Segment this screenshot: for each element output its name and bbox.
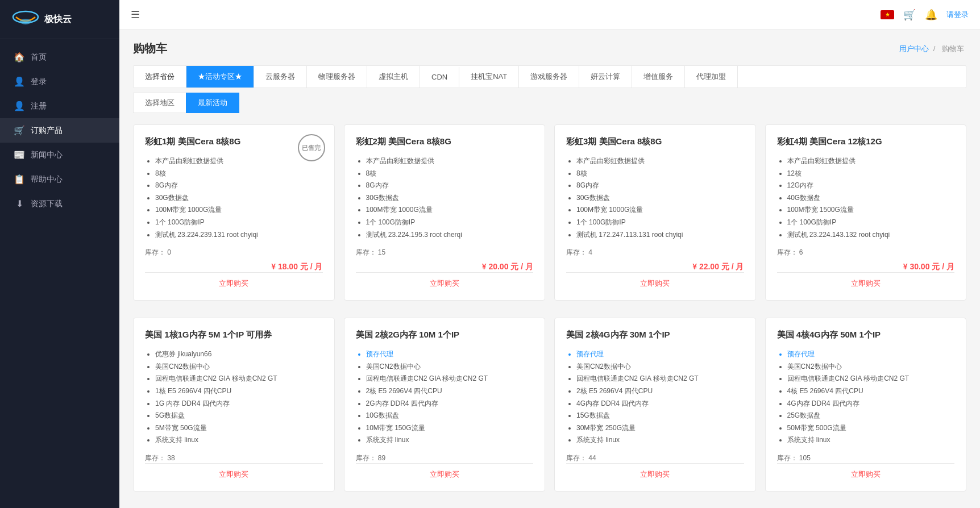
sidebar-item-login[interactable]: 👤登录	[0, 69, 119, 94]
tab2-item-0: 选择地区	[133, 93, 186, 113]
buy-button[interactable]: 立即购买	[777, 272, 955, 289]
login-link[interactable]: 请登录	[946, 10, 969, 20]
svg-point-1	[20, 19, 31, 24]
sidebar-item-label-home: 首页	[31, 52, 47, 63]
feature-item: 1个 100G防御IP	[366, 216, 534, 229]
register-icon: 👤	[14, 101, 25, 111]
logo-icon	[11, 9, 40, 30]
tab1-item-4[interactable]: 虚拟主机	[367, 66, 420, 88]
orders-icon: 🛒	[14, 125, 25, 136]
feature-item: 本产品由彩虹数据提供	[787, 155, 955, 168]
tab1-item-10[interactable]: 代理加盟	[685, 66, 738, 88]
sidebar-item-help[interactable]: 📋帮助中心	[0, 167, 119, 191]
feature-item: 8G内存	[366, 180, 534, 192]
buy-button[interactable]: 立即购买	[145, 463, 323, 480]
feature-item: 测试机 23.224.239.131 root chyiqi	[155, 229, 323, 241]
tab1-item-2[interactable]: 云服务器	[254, 66, 307, 88]
feature-item: 5M带宽 50G流量	[155, 422, 323, 435]
feature-item: 8核	[366, 168, 534, 180]
tab1-item-9[interactable]: 增值服务	[632, 66, 685, 88]
feature-item: 8G内存	[576, 180, 744, 192]
feature-item: 4G内存 DDR4 四代内存	[576, 398, 744, 410]
topbar: ☰ 🛒 🔔 请登录	[119, 0, 980, 30]
feature-item: 回程电信联通走CN2 GIA 移动走CN2 GT	[155, 373, 323, 385]
card-title: 美国 2核4G内存 30M 1个IP	[566, 330, 744, 340]
feature-item: 100M带宽 1000G流量	[155, 204, 323, 216]
feature-item: 1个 100G防御IP	[787, 216, 955, 229]
feature-item: 8核	[155, 168, 323, 180]
tab1-item-1[interactable]: ★活动专区★	[186, 66, 254, 88]
tabs-row-1: 选择省份★活动专区★云服务器物理服务器虚拟主机CDN挂机宝NAT游戏服务器妍云计…	[133, 65, 966, 88]
cart-icon[interactable]: 🛒	[903, 9, 916, 21]
products-grid-1: 已售完 彩虹1期 美国Cera 8核8G 本产品由彩虹数据提供8核8G内存30G…	[133, 124, 966, 301]
tab2-item-1[interactable]: 最新活动	[186, 93, 239, 113]
card-title: 美国 1核1G内存 5M 1个IP 可用券	[145, 330, 323, 340]
feature-item: 美国CN2数据中心	[576, 361, 744, 373]
product-card-caixl1: 已售完 彩虹1期 美国Cera 8核8G 本产品由彩虹数据提供8核8G内存30G…	[133, 124, 335, 301]
feature-item: 测试机 23.224.143.132 root chyiqi	[787, 229, 955, 241]
card-stock: 库存： 4	[566, 248, 744, 257]
buy-button[interactable]: 立即购买	[566, 463, 744, 480]
feature-item: 预存代理	[787, 348, 955, 361]
feature-item: 本产品由彩虹数据提供	[576, 155, 744, 168]
sidebar-item-orders[interactable]: 🛒订购产品	[0, 118, 119, 143]
feature-item: 1个 100G防御IP	[155, 216, 323, 229]
card-stock: 库存： 6	[777, 248, 955, 257]
feature-item: 40G数据盘	[787, 192, 955, 205]
tabs-row-2: 选择地区最新活动	[133, 93, 966, 113]
card-features: 本产品由彩虹数据提供8核8G内存30G数据盘100M带宽 1000G流量1个 1…	[566, 155, 744, 241]
card-stock: 库存： 38	[145, 453, 323, 463]
page-title: 购物车	[133, 41, 167, 56]
buy-button[interactable]: 立即购买	[356, 463, 534, 480]
sidebar-item-label-register: 注册	[31, 101, 47, 111]
tab1-item-6[interactable]: 挂机宝NAT	[459, 66, 519, 88]
sidebar-nav: 🏠首页👤登录👤注册🛒订购产品📰新闻中心📋帮助中心⬇资源下载	[0, 39, 119, 216]
logo-text: 极快云	[44, 14, 72, 26]
tab1-item-5[interactable]: CDN	[420, 67, 459, 87]
sidebar-item-label-orders: 订购产品	[31, 126, 63, 136]
feature-item: 12G内存	[787, 180, 955, 192]
card-stock: 库存： 0	[145, 248, 323, 257]
feature-item: 美国CN2数据中心	[787, 361, 955, 373]
feature-item: 10M带宽 150G流量	[366, 422, 534, 435]
feature-item: 优惠券 jikuaiyun66	[155, 348, 323, 361]
card-features: 优惠券 jikuaiyun66美国CN2数据中心回程电信联通走CN2 GIA 移…	[145, 348, 323, 447]
feature-item: 回程电信联通走CN2 GIA 移动走CN2 GT	[366, 373, 534, 385]
tab1-item-8[interactable]: 妍云计算	[579, 66, 632, 88]
sidebar-item-download[interactable]: ⬇资源下载	[0, 191, 119, 216]
sidebar-item-label-login: 登录	[31, 77, 47, 87]
feature-item: 测试机 172.247.113.131 root chyiqi	[576, 229, 744, 241]
card-price: ¥ 30.00 元 / 月	[777, 262, 955, 272]
menu-icon[interactable]: ☰	[131, 9, 140, 21]
sidebar-item-register[interactable]: 👤注册	[0, 94, 119, 118]
news-icon: 📰	[14, 149, 25, 160]
feature-item: 2G内存 DDR4 四代内存	[366, 398, 534, 410]
topbar-right: 🛒 🔔 请登录	[881, 9, 969, 21]
feature-item: 测试机 23.224.195.3 root cherqi	[366, 229, 534, 241]
card-title: 彩虹4期 美国Cera 12核12G	[777, 136, 955, 147]
tab1-item-3[interactable]: 物理服务器	[307, 66, 367, 88]
sidebar-item-home[interactable]: 🏠首页	[0, 45, 119, 69]
products-grid-2: 美国 1核1G内存 5M 1个IP 可用券 优惠券 jikuaiyun66美国C…	[133, 318, 966, 492]
card-features: 本产品由彩虹数据提供8核8G内存30G数据盘100M带宽 1000G流量1个 1…	[356, 155, 534, 241]
buy-button[interactable]: 立即购买	[356, 272, 534, 289]
tab1-item-7[interactable]: 游戏服务器	[519, 66, 579, 88]
breadcrumb-nav: 用户中心 / 购物车	[899, 44, 966, 54]
sidebar-item-news[interactable]: 📰新闻中心	[0, 143, 119, 167]
feature-item: 2核 E5 2696V4 四代CPU	[576, 385, 744, 398]
buy-button[interactable]: 立即购买	[566, 272, 744, 289]
bell-icon[interactable]: 🔔	[925, 9, 937, 21]
feature-item: 本产品由彩虹数据提供	[366, 155, 534, 168]
feature-item: 30G数据盘	[155, 192, 323, 205]
card-price: ¥ 22.00 元 / 月	[566, 262, 744, 272]
buy-button[interactable]: 立即购买	[145, 272, 323, 289]
main-area: ☰ 🛒 🔔 请登录 购物车 用户中心 / 购物车 选择省份★活动专区★云服务器物…	[119, 0, 980, 508]
feature-item: 美国CN2数据中心	[155, 361, 323, 373]
card-stock: 库存： 15	[356, 248, 534, 257]
card-stock: 库存： 105	[777, 453, 955, 463]
buy-button[interactable]: 立即购买	[777, 463, 955, 480]
feature-item: 系统支持 linux	[576, 434, 744, 447]
product-card-us2c4g: 美国 2核4G内存 30M 1个IP 预存代理美国CN2数据中心回程电信联通走C…	[554, 318, 756, 492]
breadcrumb-user-center[interactable]: 用户中心	[899, 44, 929, 53]
card-price: ¥ 18.00 元 / 月	[145, 262, 323, 272]
